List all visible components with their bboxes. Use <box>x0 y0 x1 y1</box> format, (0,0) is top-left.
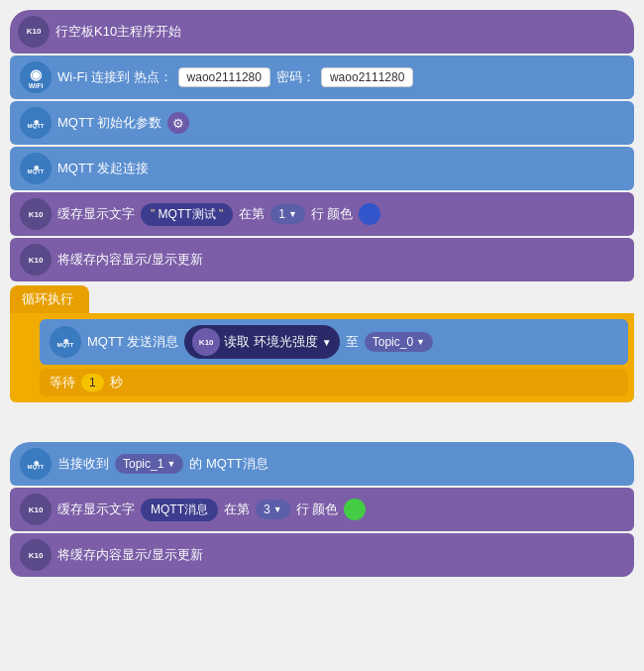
mqtt-icon-1: ◉ MQTT <box>20 107 52 139</box>
mqtt-icon-2: ◉ MQTT <box>20 153 52 184</box>
k10-icon-5: K10 <box>20 539 52 571</box>
dropdown-arrow-2: ▼ <box>273 504 282 514</box>
wifi-label-1: Wi-Fi 连接到 热点： <box>57 68 172 86</box>
wait-label2: 秒 <box>110 374 123 391</box>
row-value-2: 3 <box>264 503 270 516</box>
topic-value: Topic_0 <box>373 335 413 349</box>
mqtt-icon-3: ◉ MQTT <box>50 326 81 358</box>
topic-dropdown[interactable]: Topic_0 ▼ <box>365 332 433 352</box>
loop-label: 循环执行 <box>10 285 89 313</box>
wait-block[interactable]: 等待 1 秒 <box>40 369 628 396</box>
block-k10-start[interactable]: K10 行空板K10主程序开始 <box>10 10 634 54</box>
k10-icon-2: K10 <box>20 198 52 230</box>
block-display-text[interactable]: K10 缓存显示文字 " MQTT测试 " 在第 1 ▼ 行 颜色 <box>10 192 634 236</box>
block-refresh[interactable]: K10 将缓存内容显示/显示更新 <box>10 238 634 281</box>
display-text-label1: 缓存显示文字 <box>57 205 135 223</box>
section2-blocks: ◉ MQTT 当接收到 Topic_1 ▼ 的 MQTT消息 K10 缓存显示文… <box>10 442 634 579</box>
receive-label2: 的 MQTT消息 <box>189 455 268 473</box>
mqtt-init-label: MQTT 初始化参数 <box>57 114 161 132</box>
row-dropdown-2[interactable]: 3 ▼ <box>256 500 290 519</box>
color-circle-blue[interactable] <box>359 203 380 225</box>
section1-blocks: K10 行空板K10主程序开始 ◉ WiFi Wi-Fi 连接到 热点： wao… <box>10 10 634 402</box>
mqtt-send-label2: 至 <box>346 333 359 351</box>
loop-block: 循环执行 ◉ MQTT MQTT 发送消息 K10 读取 环境光强度 ▼ 至 T… <box>10 285 634 402</box>
mqtt-msg-pill[interactable]: MQTT消息 <box>141 499 218 521</box>
block-display-mqtt-msg[interactable]: K10 缓存显示文字 MQTT消息 在第 3 ▼ 行 颜色 <box>10 488 634 531</box>
display-mqtt-label1: 缓存显示文字 <box>57 501 135 518</box>
sensor-dropdown-arrow[interactable]: ▼ <box>322 337 332 348</box>
wait-num[interactable]: 1 <box>81 374 104 391</box>
display-string-value[interactable]: " MQTT测试 " <box>141 203 233 226</box>
loop-body: ◉ MQTT MQTT 发送消息 K10 读取 环境光强度 ▼ 至 Topic_… <box>10 313 634 402</box>
wait-label1: 等待 <box>50 374 75 391</box>
receive-topic-value: Topic_1 <box>123 457 163 471</box>
k10-icon-4: K10 <box>20 494 52 525</box>
refresh-label: 将缓存内容显示/显示更新 <box>57 251 203 269</box>
block-refresh-2[interactable]: K10 将缓存内容显示/显示更新 <box>10 533 634 577</box>
refresh-label-2: 将缓存内容显示/显示更新 <box>57 546 203 564</box>
row-value: 1 <box>278 207 285 221</box>
wifi-icon: ◉ WiFi <box>20 61 52 93</box>
block-mqtt-init[interactable]: ◉ MQTT MQTT 初始化参数 ⚙ <box>10 101 634 145</box>
wifi-ssid[interactable]: waoo2111280 <box>178 67 270 87</box>
block-mqtt-send[interactable]: ◉ MQTT MQTT 发送消息 K10 读取 环境光强度 ▼ 至 Topic_… <box>40 319 628 365</box>
block-wifi[interactable]: ◉ WiFi Wi-Fi 连接到 热点： waoo2111280 密码： wao… <box>10 56 634 99</box>
block-on-receive[interactable]: ◉ MQTT 当接收到 Topic_1 ▼ 的 MQTT消息 <box>10 442 634 486</box>
block-mqtt-connect[interactable]: ◉ MQTT MQTT 发起连接 <box>10 147 634 190</box>
k10-sub-icon: K10 <box>192 328 220 356</box>
section-gap <box>10 422 634 442</box>
k10-icon-3: K10 <box>20 244 52 276</box>
mqtt-icon-4: ◉ MQTT <box>20 448 52 480</box>
gear-icon[interactable]: ⚙ <box>167 112 189 134</box>
block-k10-start-label: 行空板K10主程序开始 <box>55 23 181 41</box>
display-text-label3: 行 颜色 <box>311 205 354 223</box>
receive-label1: 当接收到 <box>57 455 109 473</box>
k10-sub-block[interactable]: K10 读取 环境光强度 ▼ <box>184 325 340 359</box>
k10-icon: K10 <box>18 16 50 48</box>
display-text-label2: 在第 <box>239 205 265 223</box>
dropdown-arrow: ▼ <box>288 209 297 219</box>
wifi-label-2: 密码： <box>276 68 315 86</box>
receive-topic-arrow: ▼ <box>166 459 175 469</box>
row-dropdown[interactable]: 1 ▼ <box>270 204 305 224</box>
read-sensor-label: 读取 环境光强度 <box>224 333 318 351</box>
receive-topic-dropdown[interactable]: Topic_1 ▼ <box>115 454 183 474</box>
topic-arrow: ▼ <box>416 337 425 347</box>
mqtt-connect-label: MQTT 发起连接 <box>57 160 149 177</box>
display-mqtt-label2: 在第 <box>224 501 250 518</box>
color-circle-green[interactable] <box>344 499 366 520</box>
wifi-password[interactable]: waoo2111280 <box>321 67 413 87</box>
display-mqtt-label3: 行 颜色 <box>296 501 339 518</box>
mqtt-send-label1: MQTT 发送消息 <box>87 333 178 351</box>
